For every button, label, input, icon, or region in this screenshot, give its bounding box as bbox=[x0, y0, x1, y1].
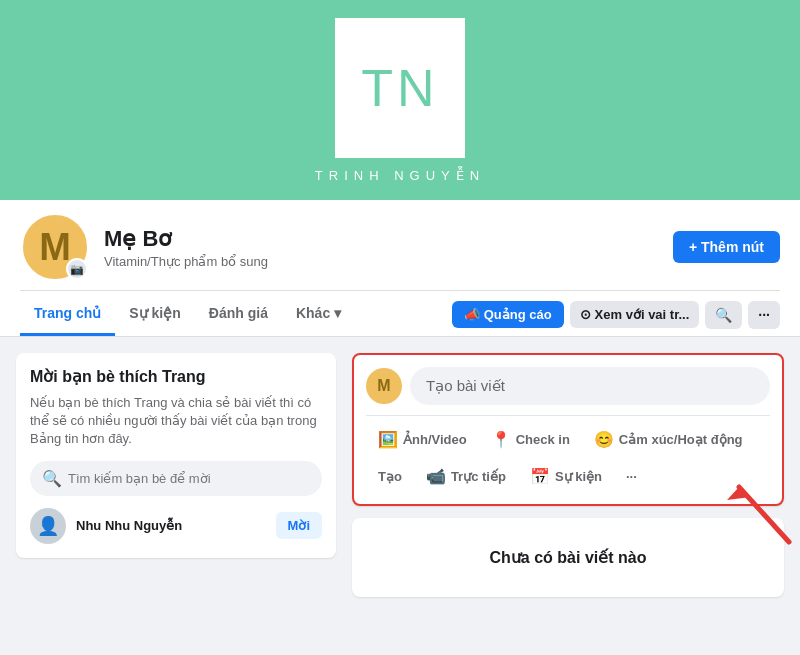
invite-friend-button[interactable]: Mời bbox=[276, 512, 322, 539]
post-more-actions: Tạo 📹 Trực tiếp 📅 Sự kiện ··· bbox=[366, 461, 770, 492]
create-label: Tạo bbox=[378, 469, 402, 484]
live-action[interactable]: 📹 Trực tiếp bbox=[414, 461, 518, 492]
avatar-wrapper: M 📷 bbox=[20, 212, 90, 282]
xem-voi-button[interactable]: ⊙ Xem với vai tr... bbox=[570, 301, 700, 328]
emotion-action[interactable]: 😊 Cảm xúc/Hoạt động bbox=[582, 424, 755, 455]
search-friends-input[interactable] bbox=[68, 471, 310, 486]
more-create-action[interactable]: ··· bbox=[614, 463, 649, 490]
left-sidebar: Mời bạn bè thích Trang Nếu bạn bè thích … bbox=[16, 353, 336, 597]
create-action[interactable]: Tạo bbox=[366, 463, 414, 490]
mini-avatar: M bbox=[366, 368, 402, 404]
event-icon: 📅 bbox=[530, 467, 550, 486]
profile-section: M 📷 Mẹ Bơ Vitamin/Thực phẩm bổ sung + Th… bbox=[0, 200, 800, 337]
search-icon: 🔍 bbox=[42, 469, 62, 488]
post-creator: M Tạo bài viết 🖼️ Ảnh/Video 📍 Check in 😊 bbox=[352, 353, 784, 506]
invite-desc: Nếu bạn bè thích Trang và chia sẻ bài vi… bbox=[30, 394, 322, 449]
nav-actions: 📣 Quảng cáo ⊙ Xem với vai tr... 🔍 ··· bbox=[452, 301, 780, 329]
no-posts-card: Chưa có bài viết nào bbox=[352, 518, 784, 597]
camera-icon[interactable]: 📷 bbox=[66, 258, 88, 280]
post-creator-top: M Tạo bài viết bbox=[366, 367, 770, 405]
photo-video-action[interactable]: 🖼️ Ảnh/Video bbox=[366, 424, 479, 455]
tab-danh-gia[interactable]: Đánh giá bbox=[195, 293, 282, 336]
page-name: Mẹ Bơ bbox=[104, 226, 659, 252]
tn-logo: TN bbox=[335, 18, 465, 158]
tab-trang-chu[interactable]: Trang chủ bbox=[20, 293, 115, 336]
create-post-button[interactable]: Tạo bài viết bbox=[410, 367, 770, 405]
post-actions: 🖼️ Ảnh/Video 📍 Check in 😊 Cảm xúc/Hoạt đ… bbox=[366, 415, 770, 455]
invite-card: Mời bạn bè thích Trang Nếu bạn bè thích … bbox=[16, 353, 336, 558]
nav-tabs: Trang chủ Sự kiện Đánh giá Khác ▾ 📣 Quản… bbox=[20, 290, 780, 336]
profile-info: Mẹ Bơ Vitamin/Thực phẩm bổ sung bbox=[104, 226, 659, 269]
invite-title: Mời bạn bè thích Trang bbox=[30, 367, 322, 386]
add-button[interactable]: + Thêm nút bbox=[673, 231, 780, 263]
no-posts-text: Chưa có bài viết nào bbox=[382, 548, 754, 567]
tab-su-kien[interactable]: Sự kiện bbox=[115, 293, 194, 336]
event-action[interactable]: 📅 Sự kiện bbox=[518, 461, 614, 492]
friend-item: 👤 Nhu Nhu Nguyễn Mời bbox=[30, 508, 322, 544]
post-creator-wrapper: M Tạo bài viết 🖼️ Ảnh/Video 📍 Check in 😊 bbox=[352, 353, 784, 506]
live-icon: 📹 bbox=[426, 467, 446, 486]
tab-khac[interactable]: Khác ▾ bbox=[282, 293, 355, 336]
location-icon: 📍 bbox=[491, 430, 511, 449]
friend-name: Nhu Nhu Nguyễn bbox=[76, 518, 266, 533]
cover-photo: TN TRINH NGUYỄN bbox=[0, 0, 800, 200]
check-in-action[interactable]: 📍 Check in bbox=[479, 424, 582, 455]
tn-name: TRINH NGUYỄN bbox=[315, 168, 485, 183]
emoji-icon: 😊 bbox=[594, 430, 614, 449]
quang-cao-button[interactable]: 📣 Quảng cáo bbox=[452, 301, 564, 328]
tn-letters: TN bbox=[361, 62, 438, 114]
right-content: M Tạo bài viết 🖼️ Ảnh/Video 📍 Check in 😊 bbox=[352, 353, 784, 597]
photo-icon: 🖼️ bbox=[378, 430, 398, 449]
search-button[interactable]: 🔍 bbox=[705, 301, 742, 329]
main-content: Mời bạn bè thích Trang Nếu bạn bè thích … bbox=[0, 337, 800, 613]
more-button[interactable]: ··· bbox=[748, 301, 780, 329]
search-friends-container: 🔍 bbox=[30, 461, 322, 496]
page-category: Vitamin/Thực phẩm bổ sung bbox=[104, 254, 659, 269]
friend-avatar: 👤 bbox=[30, 508, 66, 544]
